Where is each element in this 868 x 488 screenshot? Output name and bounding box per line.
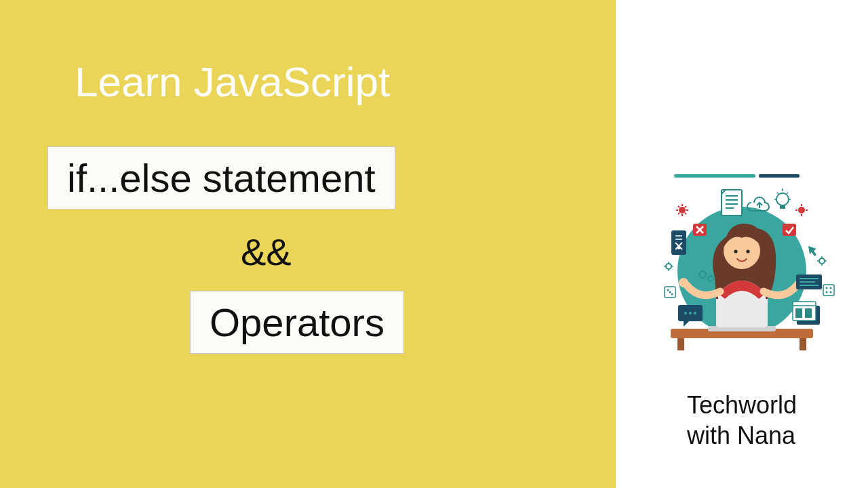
svg-point-11 (746, 249, 749, 253)
svg-line-19 (678, 206, 679, 207)
svg-rect-50 (671, 230, 686, 255)
svg-point-72 (669, 291, 671, 293)
topic-pill-if-else: if...else statement (47, 146, 395, 209)
brand-line-2: with Nana (687, 422, 795, 449)
ampersand-text: && (241, 230, 589, 274)
svg-line-21 (678, 213, 679, 214)
svg-line-20 (685, 213, 686, 214)
svg-point-76 (694, 312, 696, 314)
svg-point-43 (776, 193, 789, 205)
svg-point-68 (830, 291, 832, 293)
svg-rect-81 (795, 308, 802, 318)
svg-rect-4 (677, 338, 684, 350)
topic-pill-operators: Operators (190, 291, 404, 354)
svg-rect-0 (674, 174, 755, 178)
svg-rect-64 (823, 285, 834, 296)
illustration (640, 173, 844, 363)
svg-point-28 (819, 258, 825, 264)
main-heading: Learn JavaScript (75, 58, 589, 106)
svg-point-23 (798, 207, 805, 214)
svg-point-65 (826, 287, 828, 289)
svg-rect-59 (783, 224, 796, 236)
brand-name: Techworld with Nana (687, 390, 797, 451)
svg-point-75 (689, 312, 692, 314)
svg-rect-1 (759, 174, 800, 178)
svg-rect-5 (800, 338, 806, 350)
svg-point-71 (671, 293, 673, 296)
svg-point-66 (830, 287, 832, 289)
svg-rect-44 (780, 205, 785, 209)
svg-point-70 (667, 289, 669, 291)
svg-point-67 (826, 291, 828, 293)
svg-line-49 (787, 192, 788, 194)
svg-rect-82 (805, 308, 812, 318)
svg-point-12 (679, 278, 688, 287)
brand-line-1: Techworld (687, 391, 797, 419)
svg-point-74 (684, 312, 687, 314)
svg-point-10 (734, 249, 737, 253)
left-panel: Learn JavaScript if...else statement && … (0, 0, 616, 488)
right-panel: Techworld with Nana (616, 0, 868, 488)
svg-rect-38 (722, 190, 742, 216)
svg-point-33 (666, 264, 671, 269)
svg-line-48 (777, 192, 778, 194)
svg-line-22 (685, 206, 686, 207)
svg-point-14 (679, 207, 686, 214)
